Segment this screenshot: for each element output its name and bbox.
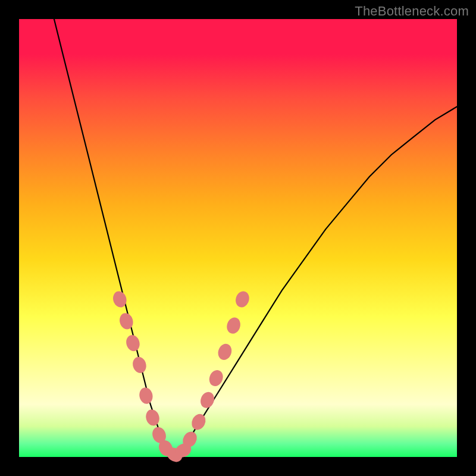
beads-group <box>111 289 251 465</box>
bead-point <box>234 289 252 309</box>
curve-group <box>54 19 457 457</box>
bead-point <box>138 386 154 405</box>
bead-point <box>198 390 217 410</box>
chart-svg <box>19 19 457 457</box>
bead-point <box>118 311 135 331</box>
bead-point <box>131 355 148 375</box>
bead-point <box>124 333 142 353</box>
bottleneck-curve-line <box>54 19 457 457</box>
bead-point <box>144 408 161 427</box>
bead-point <box>189 412 208 433</box>
bead-point <box>225 316 243 336</box>
watermark-text: TheBottleneck.com <box>355 4 469 19</box>
bead-point <box>216 342 234 362</box>
chart-stage: TheBottleneck.com <box>0 0 476 476</box>
